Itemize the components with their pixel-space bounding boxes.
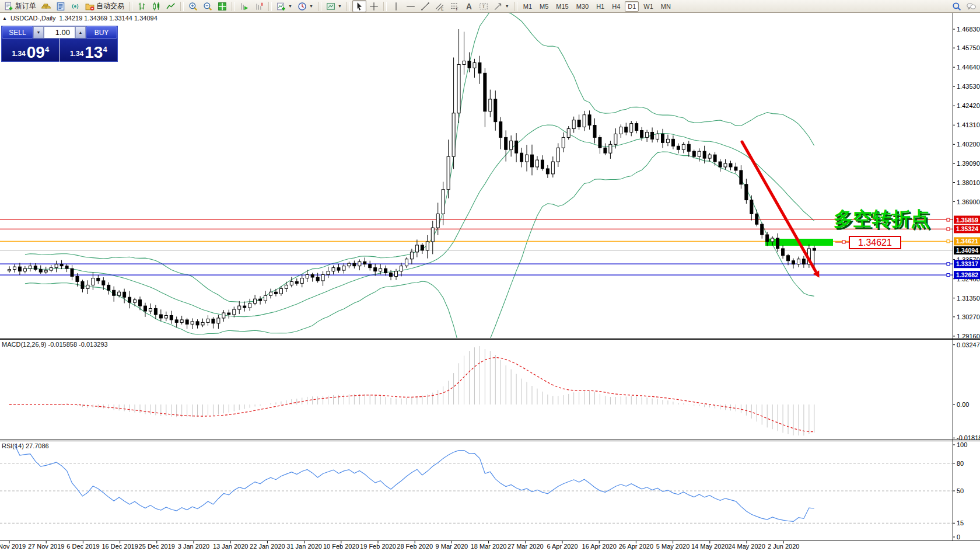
date-axis-label: 27 Nov 2019: [28, 543, 64, 550]
candlestick-chart-button[interactable]: [149, 0, 163, 12]
macd-signal-line: [9, 358, 814, 432]
auto-scroll-button[interactable]: [237, 0, 251, 12]
trendline-button[interactable]: [418, 0, 432, 12]
level-endpoint-marker[interactable]: [947, 228, 950, 231]
market-depth-button[interactable]: [54, 0, 68, 12]
new-order-button-label: 新订单: [15, 1, 36, 11]
dropdown-caret-icon[interactable]: ▼: [309, 4, 313, 8]
timeframe-m1-button[interactable]: M1: [520, 1, 535, 12]
date-axis-label: 5 May 2020: [656, 543, 690, 550]
sell-price-display[interactable]: 1.34 09 4: [2, 39, 60, 62]
toolbar-separator: [129, 2, 132, 11]
rsi-axis-tick: 100: [957, 441, 967, 448]
buy-price-pip: 4: [103, 45, 107, 54]
price-axis-tick: 1.40200: [957, 141, 980, 148]
date-axis-label: 9 Mar 2020: [436, 543, 468, 550]
macd-axis-tick: 0.00: [957, 401, 969, 408]
chart-ohlc-values: 1.34219 1.34369 1.33144 1.34094: [60, 15, 158, 22]
sell-price-big: 09: [27, 46, 45, 60]
turning-point-text[interactable]: 多空转折点: [834, 208, 930, 229]
text-label-button[interactable]: T: [477, 0, 491, 12]
level-endpoint-marker[interactable]: [947, 274, 950, 277]
search-button[interactable]: [950, 0, 964, 12]
gold-chart-button[interactable]: [39, 0, 53, 12]
signals-button[interactable]: [68, 0, 82, 12]
equidistant-channel-button[interactable]: E: [433, 0, 447, 12]
toolbar: 新订单自动交易▼▼▼EFAT▼M1M5M15M30H1H4D1W1MN: [0, 0, 980, 13]
dropdown-caret-icon[interactable]: ▼: [338, 4, 342, 8]
buy-price-head: 1.34: [70, 50, 83, 58]
periods-button[interactable]: ▼: [295, 0, 316, 12]
signals-icon: [71, 2, 80, 11]
date-axis-label: 18 Mar 2020: [471, 543, 507, 550]
level-endpoint-marker[interactable]: [947, 218, 950, 221]
buy-price-big: 13: [85, 46, 103, 60]
timeframe-m30-button[interactable]: M30: [573, 1, 592, 12]
volume-decrease-button[interactable]: ▼: [33, 26, 44, 39]
timeframe-w1-button[interactable]: W1: [640, 1, 656, 12]
macd-indicator-label: MACD(12,26,9) -0.015858 -0.013293: [2, 341, 108, 348]
zoom-out-button[interactable]: [201, 0, 215, 12]
price-badge-text: 1.32682: [956, 271, 978, 278]
auto-trading-icon: [85, 2, 94, 11]
toolbar-separator: [514, 2, 517, 11]
fibonacci-button[interactable]: F: [447, 0, 461, 12]
arrows-button[interactable]: ▼: [491, 0, 512, 12]
candles-layer: [8, 29, 816, 329]
rsi-line: [15, 445, 814, 521]
date-axis-label: 27 Mar 2020: [508, 543, 544, 550]
bar-chart-button[interactable]: [135, 0, 149, 12]
fibonacci-icon: F: [450, 2, 459, 11]
chart-area[interactable]: 多空转折点多空转折点1.34621MACD(12,26,9) -0.015858…: [0, 13, 980, 551]
date-axis-label: 8 Nov 2019: [0, 543, 26, 550]
rsi-indicator-label: RSI(14) 27.7086: [2, 442, 49, 449]
indicators-button[interactable]: ▼: [274, 0, 295, 12]
date-axis-label: 6 Dec 2019: [66, 543, 99, 550]
dropdown-caret-icon[interactable]: ▼: [505, 4, 509, 8]
svg-text:F: F: [456, 7, 459, 11]
price-axis-tick: 1.29160: [957, 333, 980, 340]
date-axis-label: 16 Dec 2019: [102, 543, 138, 550]
auto-trading-button[interactable]: 自动交易: [83, 0, 127, 12]
toolbar-separator: [346, 2, 350, 11]
chart-shift-button[interactable]: [252, 0, 266, 12]
sell-button[interactable]: SELL: [2, 26, 33, 39]
dropdown-caret-icon[interactable]: ▼: [288, 4, 292, 8]
toolbar-separator: [318, 2, 321, 11]
tile-windows-button[interactable]: [215, 0, 229, 12]
horizontal-line-button[interactable]: [404, 0, 418, 12]
line-chart-button[interactable]: [164, 0, 178, 12]
volume-input[interactable]: 1.00: [44, 26, 75, 39]
timeframe-h4-button[interactable]: H4: [609, 1, 623, 12]
timeframe-m15-button[interactable]: M15: [553, 1, 571, 12]
zoom-in-button[interactable]: [186, 0, 200, 12]
horizontal-line-icon: [406, 2, 415, 11]
trend-arrow[interactable]: [742, 142, 819, 278]
text-button[interactable]: A: [462, 0, 476, 12]
timeframe-m5-button[interactable]: M5: [537, 1, 551, 12]
new-order-icon: [4, 2, 13, 11]
crosshair-button[interactable]: [367, 0, 381, 12]
date-axis-label: 3 Jan 2020: [178, 543, 209, 550]
new-order-button[interactable]: 新订单: [2, 0, 38, 12]
vertical-line-button[interactable]: [389, 0, 403, 12]
cursor-button[interactable]: [352, 0, 366, 12]
chart-quick-nav-icon[interactable]: ▲: [2, 16, 7, 21]
price-axis-tick: 1.46830: [957, 26, 980, 33]
timeframe-mn-button[interactable]: MN: [658, 1, 674, 12]
trendline-icon: [421, 2, 430, 11]
date-axis-label: 24 May 2020: [728, 543, 765, 550]
cursor-icon: [355, 2, 364, 11]
level-endpoint-marker[interactable]: [947, 240, 950, 243]
channel-icon: E: [435, 2, 444, 11]
chat-button[interactable]: [964, 0, 978, 12]
svg-text:A: A: [466, 2, 472, 11]
volume-increase-button[interactable]: ▲: [75, 26, 86, 39]
buy-price-display[interactable]: 1.34 13 4: [60, 39, 118, 62]
price-callout-text: 1.34621: [858, 238, 892, 247]
level-endpoint-marker[interactable]: [947, 263, 950, 266]
timeframe-h1-button[interactable]: H1: [593, 1, 607, 12]
buy-button[interactable]: BUY: [86, 26, 117, 39]
timeframe-d1-button[interactable]: D1: [625, 1, 639, 12]
templates-button[interactable]: ▼: [324, 0, 344, 12]
